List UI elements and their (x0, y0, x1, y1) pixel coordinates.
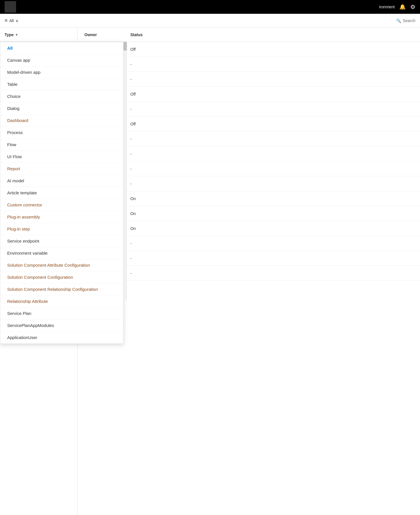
status-value: On (130, 211, 159, 216)
table-row[interactable]: -- (78, 72, 420, 87)
header-right: ironment (379, 3, 415, 10)
status-value: - (130, 62, 159, 67)
status-value: Off (130, 122, 159, 126)
status-value: - (130, 152, 159, 156)
dropdown-item[interactable]: Solution Component Configuration (0, 271, 123, 283)
environment-label: ironment (379, 5, 395, 9)
dropdown-item[interactable]: Service Plan (0, 307, 123, 320)
dropdown-item[interactable]: AI model (0, 175, 123, 187)
table-row[interactable]: -- (78, 57, 420, 72)
dropdown-item[interactable]: Dashboard (0, 115, 123, 127)
dropdown-item[interactable]: Environment variable (0, 247, 123, 259)
dropdown-item[interactable]: Article template (0, 187, 123, 199)
table-row[interactable]: -- (78, 176, 420, 191)
dropdown-item[interactable]: Solution Component Relationship Configur… (0, 283, 123, 295)
status-value: - (130, 77, 159, 82)
header-left (5, 1, 16, 13)
main-content: Type ∨ Solution Component RelationshipAp… (0, 28, 420, 515)
table-row[interactable]: -Off (78, 42, 420, 57)
status-value: - (130, 107, 159, 111)
toolbar: ≡ All ∨ 🔍 Search (0, 14, 420, 28)
dropdown-item[interactable]: Flow (0, 139, 123, 151)
gear-icon[interactable] (410, 3, 415, 10)
status-value: - (130, 241, 159, 246)
dropdown-overlay: AllCanvas appModel-driven appTableChoice… (0, 42, 123, 344)
data-header: Owner Status (78, 28, 420, 42)
dropdown-item[interactable]: Custom connector (0, 199, 123, 211)
dropdown-item[interactable]: All (0, 42, 123, 54)
dropdown-item[interactable]: Canvas app (0, 54, 123, 66)
type-column-header[interactable]: Type ∨ (0, 28, 77, 42)
dropdown-item[interactable]: Dialog (0, 102, 123, 115)
search-label: Search (403, 18, 415, 23)
dropdown-item[interactable]: Model-driven app (0, 66, 123, 78)
table-row[interactable]: -Off (78, 87, 420, 102)
status-value: On (130, 196, 159, 201)
status-value: - (130, 271, 159, 276)
dropdown-item[interactable]: Table (0, 78, 123, 90)
bell-icon[interactable] (399, 4, 406, 10)
type-chevron-icon: ∨ (16, 33, 18, 36)
dropdown-item[interactable]: Choice (0, 90, 123, 102)
status-value: - (130, 256, 159, 261)
filter-control[interactable]: ≡ All ∨ (5, 18, 18, 24)
data-rows-container: -Off-----Off---OffSYSTEM-SYSTEM-SYSTEM--… (78, 42, 420, 281)
filter-hamburger-icon: ≡ (5, 18, 8, 24)
dropdown-item[interactable]: ApplicationUser (0, 332, 123, 344)
scrollbar[interactable] (123, 42, 127, 300)
table-row[interactable]: SYSTEM- (78, 161, 420, 176)
owner-column-header: Owner (84, 32, 130, 37)
dropdown-items-container: AllCanvas appModel-driven appTableChoice… (0, 42, 123, 344)
scroll-thumb[interactable] (123, 42, 127, 51)
table-row[interactable]: -- (78, 266, 420, 281)
dropdown-item[interactable]: Report (0, 163, 123, 175)
table-row[interactable]: -- (78, 236, 420, 251)
table-row[interactable]: SYSTEMOn (78, 221, 420, 236)
table-row[interactable]: -- (78, 251, 420, 266)
type-label: Type (5, 32, 14, 37)
status-value: On (130, 226, 159, 231)
status-value: - (130, 137, 159, 141)
dropdown-item[interactable]: Plug-in step (0, 223, 123, 235)
top-header: ironment (0, 0, 420, 14)
filter-label: All (9, 18, 14, 23)
dropdown-item[interactable]: Plug-in assembly (0, 211, 123, 223)
dropdown-item[interactable]: UI Flow (0, 151, 123, 163)
status-column-header: Status (130, 32, 159, 37)
dropdown-item[interactable]: Service endpoint (0, 235, 123, 247)
dropdown-item[interactable]: ServicePlanAppModules (0, 320, 123, 332)
search-icon: 🔍 (396, 18, 401, 23)
status-value: Off (130, 92, 159, 96)
status-value: - (130, 181, 159, 186)
app-logo[interactable] (5, 1, 16, 13)
table-row[interactable]: -Off (78, 117, 420, 131)
chevron-down-icon: ∨ (16, 18, 18, 23)
dropdown-item[interactable]: Process (0, 127, 123, 139)
table-row[interactable]: SYSTEMOn (78, 206, 420, 221)
table-row[interactable]: SYSTEM- (78, 146, 420, 161)
table-row[interactable]: SYSTEM- (78, 131, 420, 146)
data-columns: Owner Status -Off-----Off---OffSYSTEM-SY… (78, 28, 420, 515)
status-value: Off (130, 47, 159, 52)
status-value: - (130, 166, 159, 171)
table-row[interactable]: Matt PeartOn (78, 191, 420, 206)
dropdown-item[interactable]: Solution Component Attribute Configurati… (0, 259, 123, 271)
search-control[interactable]: 🔍 Search (396, 18, 415, 23)
dropdown-item[interactable]: Relationship Attribute (0, 295, 123, 307)
table-row[interactable]: -- (78, 102, 420, 117)
